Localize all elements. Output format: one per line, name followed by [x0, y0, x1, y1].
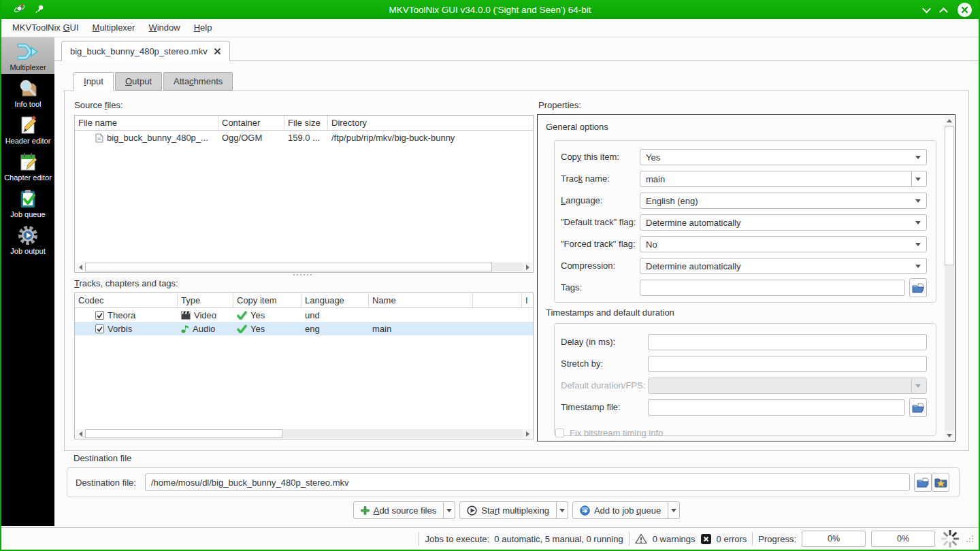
scroll-down-arrow[interactable]	[945, 431, 954, 440]
copy-this-item-label: Copy this item:	[561, 149, 619, 165]
scroll-up-arrow[interactable]	[945, 116, 954, 125]
input-tab-pane: Source files: File name Container File s…	[64, 90, 969, 451]
scroll-right-arrow[interactable]	[523, 429, 532, 438]
sidebar-item-info-tool[interactable]: Info tool	[1, 74, 54, 111]
tracks-header[interactable]: Codec Type Copy item Language Name I	[75, 293, 533, 308]
pin-icon[interactable]	[35, 4, 44, 14]
copy-this-item-select[interactable]: Yes	[640, 149, 927, 165]
destination-group-title: Destination file	[74, 453, 131, 463]
menu-mkvtoolnix-gui[interactable]: MKVToolNix GUI	[5, 19, 86, 37]
tracks-hscrollbar[interactable]	[76, 429, 532, 438]
sidebar-item-chapter-editor[interactable]: Chapter editor	[1, 148, 54, 184]
timestamp-file-input[interactable]	[648, 399, 905, 416]
menu-help[interactable]: Help	[187, 19, 219, 37]
stretch-by-input[interactable]	[648, 356, 927, 372]
destination-file-input[interactable]	[145, 473, 910, 491]
source-file-row[interactable]: big_buck_bunny_480p_... Ogg/OGM 159.0 ..…	[75, 131, 533, 145]
add-to-job-queue-menu-arrow[interactable]	[668, 501, 680, 519]
jobs-to-execute-status: Jobs to execute: 0 automatic, 5 manual, …	[425, 534, 623, 544]
add-source-files-menu-arrow[interactable]	[444, 501, 455, 519]
start-multiplexing-button[interactable]: Start multiplexing	[459, 501, 557, 519]
minimize-button[interactable]	[922, 4, 931, 13]
audio-icon	[181, 324, 189, 333]
scroll-right-arrow[interactable]	[523, 263, 532, 271]
default-duration-label: Default duration/FPS:	[561, 378, 645, 394]
track-checkbox[interactable]	[95, 324, 104, 333]
sidebar-item-header-editor[interactable]: Header editor	[1, 111, 54, 148]
document-tab-title: big_buck_bunny_480p_stereo.mkv	[70, 46, 208, 56]
stretch-by-label: Stretch by:	[561, 356, 603, 372]
document-tab[interactable]: big_buck_bunny_480p_stereo.mkv	[61, 41, 230, 61]
progress-label: Progress:	[758, 534, 796, 544]
warning-icon	[635, 533, 647, 544]
open-file-icon	[917, 478, 929, 488]
language-label: Language:	[561, 193, 602, 209]
tags-input[interactable]	[640, 280, 905, 296]
track-checkbox[interactable]	[95, 311, 104, 320]
busy-spinner-icon	[941, 529, 960, 548]
splitter-handle[interactable]	[293, 274, 312, 276]
close-icon	[961, 6, 968, 14]
sidebar-item-job-queue[interactable]: Job queue	[1, 184, 54, 221]
job-output-icon	[17, 224, 39, 246]
menu-multiplexer[interactable]: Multiplexer	[86, 19, 142, 37]
compression-label: Compression:	[561, 258, 615, 274]
destination-browse-button[interactable]	[914, 473, 932, 492]
track-row-vorbis[interactable]: Vorbis Audio Yes	[75, 322, 533, 335]
maximize-button[interactable]	[939, 7, 948, 16]
header-editor-icon	[17, 114, 39, 136]
progress-bar-total: 0%	[871, 531, 935, 547]
start-multiplexing-menu-arrow[interactable]	[557, 501, 568, 519]
default-track-flag-select[interactable]: Determine automatically	[640, 214, 927, 231]
delay-input[interactable]	[648, 334, 927, 350]
tab-attachments[interactable]: Attachments	[163, 72, 233, 90]
timestamp-file-label: Timestamp file:	[561, 399, 621, 416]
job-queue-icon	[17, 188, 39, 210]
forced-track-flag-label: "Forced track" flag:	[561, 236, 636, 252]
start-multiplexing-split-button: Start multiplexing	[459, 501, 568, 519]
menu-bar: MKVToolNix GUI Multiplexer Window Help	[1, 19, 979, 37]
close-button[interactable]	[958, 3, 972, 17]
plus-icon	[361, 506, 370, 515]
source-files-label: Source files:	[74, 100, 123, 110]
scroll-thumb[interactable]	[85, 263, 492, 271]
fix-bitstream-label: Fix bitstream timing info	[570, 428, 663, 438]
sidebar-item-job-output[interactable]: Job output	[1, 221, 54, 258]
language-select[interactable]: English (eng)	[640, 193, 927, 209]
destination-favorite-folder-button[interactable]	[932, 473, 949, 492]
source-files-header[interactable]: File name Container File size Directory	[75, 116, 533, 131]
forced-track-flag-select[interactable]: No	[640, 236, 927, 252]
video-icon	[181, 311, 191, 320]
tracks-table[interactable]: Codec Type Copy item Language Name I The…	[74, 293, 534, 439]
add-source-files-button[interactable]: Add source files	[353, 501, 444, 519]
resize-grip[interactable]	[966, 535, 973, 542]
properties-label: Properties:	[538, 100, 581, 110]
multiplexer-icon	[17, 41, 39, 63]
source-files-hscrollbar[interactable]	[76, 263, 532, 271]
tags-label: Tags:	[561, 280, 582, 296]
open-file-icon	[912, 403, 924, 413]
scroll-left-arrow[interactable]	[76, 263, 85, 271]
track-name-combo[interactable]: main	[640, 171, 927, 187]
scroll-thumb[interactable]	[85, 429, 282, 438]
timestamp-file-browse-button[interactable]	[909, 398, 927, 417]
sidebar-item-multiplexer[interactable]: Multiplexer	[1, 37, 54, 74]
timestamps-title: Timestamps and default duration	[546, 307, 674, 318]
add-source-files-split-button: Add source files	[353, 501, 456, 519]
menu-window[interactable]: Window	[142, 19, 186, 37]
add-to-job-queue-button[interactable]: Add to job queue	[572, 501, 668, 519]
chapter-editor-icon	[17, 151, 39, 173]
tab-close-icon[interactable]	[214, 48, 221, 55]
compression-select[interactable]: Determine automatically	[640, 258, 927, 274]
tab-output[interactable]: Output	[115, 72, 162, 90]
progress-bar-current: 0%	[802, 531, 866, 547]
scroll-left-arrow[interactable]	[76, 429, 85, 438]
action-buttons-row: Add source files Start multiplexing	[54, 501, 979, 519]
properties-vscrollbar[interactable]	[945, 116, 954, 440]
source-files-table[interactable]: File name Container File size Directory …	[74, 115, 534, 273]
queue-arrow-icon	[580, 505, 590, 516]
track-row-theora[interactable]: Theora Video	[75, 308, 533, 322]
tab-input[interactable]: Input	[74, 72, 114, 91]
scroll-thumb[interactable]	[945, 127, 954, 265]
tags-browse-button[interactable]	[909, 278, 927, 297]
